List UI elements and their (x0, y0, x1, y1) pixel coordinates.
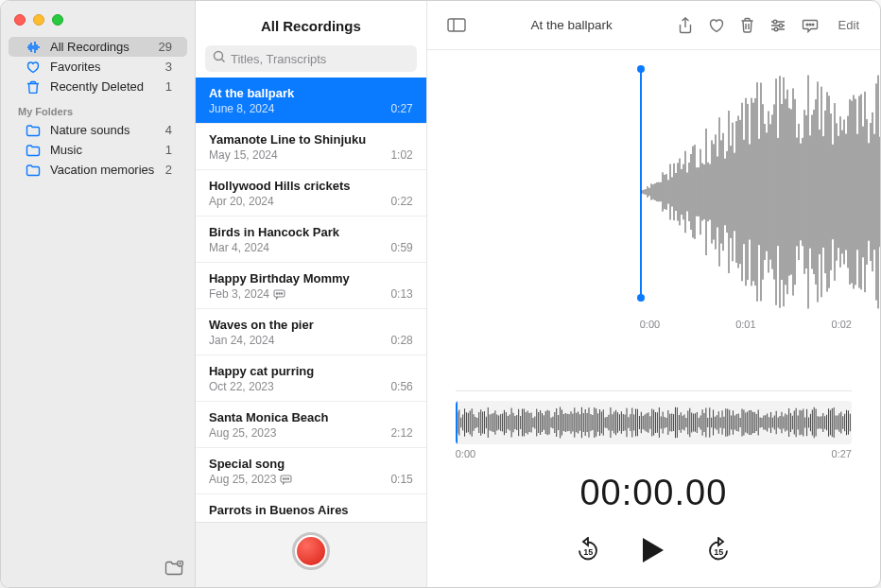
transcript-icon (280, 475, 292, 485)
recording-item[interactable]: Happy cat purringOct 22, 20230:56 (196, 355, 426, 402)
axis-tick: 0:02 (832, 319, 852, 330)
sidebar-item-all-recordings[interactable]: All Recordings29 (9, 37, 187, 57)
svg-point-15 (809, 24, 811, 26)
sidebar-item-label: Favorites (50, 60, 165, 74)
recording-item-date: Aug 25, 2023 (209, 473, 276, 486)
toolbar-actions: Edit (671, 13, 867, 38)
edit-button[interactable]: Edit (831, 15, 867, 35)
skip-forward-button[interactable]: 15 (705, 537, 732, 567)
sidebar-item-label: Recently Deleted (50, 79, 165, 94)
recording-item[interactable]: Birds in Hancock ParkMar 4, 20240:59 (196, 216, 426, 263)
delete-button[interactable] (734, 13, 761, 37)
recording-item-duration: 1:02 (390, 148, 412, 162)
svg-point-16 (812, 24, 814, 26)
sidebar-folder-nature-sounds[interactable]: Nature sounds4 (9, 120, 187, 140)
skip-back-button[interactable]: 15 (575, 537, 601, 567)
recording-item[interactable]: Happy Birthday MommyFeb 3, 20240:13 (196, 263, 426, 309)
detail-pane: At the ballpark Edit 0:000:010:02 (427, 1, 880, 587)
overview-times: 0:00 0:27 (456, 448, 852, 459)
toggle-sidebar-button[interactable] (440, 14, 473, 36)
waveform-zoom-area[interactable]: 0:000:010:02 (427, 50, 880, 379)
share-button[interactable] (671, 13, 700, 38)
transcript-icon (273, 289, 285, 300)
svg-point-9 (288, 477, 289, 478)
record-button[interactable] (292, 532, 330, 570)
toolbar: At the ballpark Edit (427, 1, 880, 50)
sidebar-folder-vacation-memories[interactable]: Vacation memories2 (9, 160, 187, 180)
sidebar-item-favorites[interactable]: Favorites3 (9, 57, 187, 77)
svg-point-11 (773, 20, 777, 24)
heart-icon (26, 61, 43, 74)
options-button[interactable] (763, 15, 793, 36)
sidebar-item-label: All Recordings (50, 40, 159, 54)
recording-item-title: Hollywood Hills crickets (209, 179, 413, 193)
recording-item[interactable]: At the ballparkJune 8, 20240:27 (196, 78, 426, 124)
transcript-button[interactable] (795, 14, 825, 37)
recording-item-date: June 8, 2024 (209, 102, 274, 115)
sidebar-item-label: Nature sounds (50, 123, 165, 137)
overview-start: 0:00 (456, 448, 475, 459)
recording-item-title: Happy cat purring (209, 364, 413, 378)
recording-item[interactable]: Waves on the pierJan 24, 20240:28 (196, 309, 426, 355)
recording-item[interactable]: Santa Monica BeachAug 25, 20232:12 (196, 402, 426, 448)
playhead[interactable] (456, 401, 458, 444)
time-axis: 0:000:010:02 (456, 319, 852, 330)
sidebar-item-recently-deleted[interactable]: Recently Deleted1 (9, 77, 187, 96)
record-area (196, 522, 426, 587)
folder-icon (26, 164, 43, 177)
recording-item-title: Santa Monica Beach (209, 410, 413, 424)
waveform-overview[interactable] (456, 401, 852, 444)
favorite-button[interactable] (701, 14, 732, 37)
waveform-icon (26, 41, 43, 54)
recording-item-date: Feb 3, 2024 (209, 287, 269, 301)
sidebar-item-label: Vacation memories (50, 163, 165, 177)
recording-item-title: Yamanote Line to Shinjuku (209, 132, 413, 147)
recording-item-date: Aug 25, 2023 (209, 426, 276, 440)
sidebar-folder-music[interactable]: Music1 (9, 140, 187, 160)
new-folder-button[interactable] (164, 561, 183, 579)
search-field[interactable] (205, 45, 417, 72)
recording-title: At the ballpark (473, 18, 671, 32)
sidebar-section-header: My Folders (1, 96, 195, 120)
recordings-column: All Recordings At the ballparkJune 8, 20… (196, 1, 427, 587)
zoom-window-button[interactable] (52, 14, 63, 26)
close-window-button[interactable] (14, 14, 26, 26)
play-button[interactable] (641, 536, 665, 568)
waveform-large (456, 69, 852, 315)
app-window: All Recordings29Favorites3Recently Delet… (0, 0, 881, 588)
recording-item[interactable]: Parrots in Buenos Aires (196, 494, 426, 522)
sidebar-item-count: 1 (165, 143, 172, 157)
recording-item-title: Waves on the pier (209, 318, 413, 332)
svg-point-5 (281, 292, 282, 293)
folder-icon (26, 144, 43, 157)
sidebar-footer (1, 553, 195, 587)
sidebar-item-count: 3 (165, 60, 172, 74)
window-controls (1, 1, 195, 33)
recording-item[interactable]: Yamanote Line to ShinjukuMay 15, 20241:0… (196, 124, 426, 170)
svg-point-13 (774, 27, 778, 31)
svg-point-1 (214, 52, 222, 61)
recording-item-title: Parrots in Buenos Aires (209, 503, 413, 517)
svg-point-12 (779, 24, 783, 27)
minimize-window-button[interactable] (33, 14, 44, 26)
playback-controls: 15 15 (456, 536, 852, 587)
svg-point-14 (806, 24, 808, 26)
sidebar-item-count: 4 (165, 123, 172, 137)
recording-item-date: Jan 24, 2024 (209, 334, 274, 347)
recording-item[interactable]: Hollywood Hills cricketsApr 20, 20240:22 (196, 170, 426, 216)
sidebar-item-count: 2 (165, 163, 172, 177)
search-icon (213, 50, 226, 67)
svg-rect-10 (448, 19, 465, 31)
recording-item[interactable]: Special songAug 25, 20230:15 (196, 448, 426, 494)
recordings-title: All Recordings (196, 1, 426, 45)
time-display: 00:00.00 (456, 473, 852, 513)
sidebar: All Recordings29Favorites3Recently Delet… (1, 1, 196, 587)
recordings-list: At the ballparkJune 8, 20240:27Yamanote … (196, 78, 426, 522)
recording-item-date: Apr 20, 2024 (209, 195, 274, 208)
svg-point-4 (279, 292, 280, 293)
overview-end: 0:27 (832, 448, 852, 459)
trash-icon (26, 80, 43, 94)
search-input[interactable] (231, 52, 409, 66)
recording-item-title: Happy Birthday Mommy (209, 271, 413, 285)
recording-item-duration: 0:56 (390, 380, 412, 393)
